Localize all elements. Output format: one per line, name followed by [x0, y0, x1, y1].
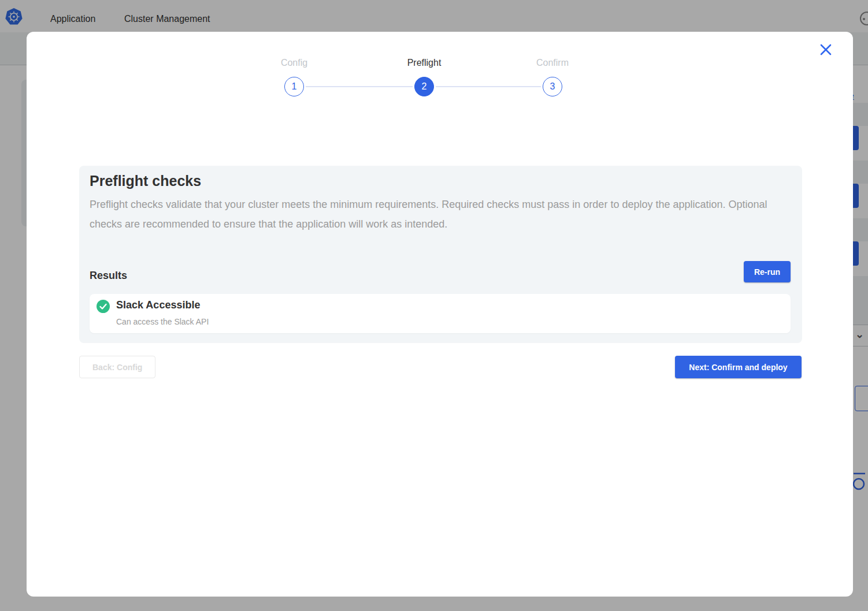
back-button[interactable]: Back: Config: [79, 356, 155, 378]
step-label-config: Config: [254, 58, 335, 68]
panel-description: Preflight checks validate that your clus…: [90, 195, 774, 234]
panel-title: Preflight checks: [90, 173, 201, 189]
check-description: Can access the Slack API: [116, 317, 209, 326]
step-connector: [436, 86, 541, 87]
close-icon[interactable]: [818, 42, 833, 57]
preflight-modal: Config Preflight Confirm 1 2 3 Preflight…: [27, 32, 853, 597]
next-button[interactable]: Next: Confirm and deploy: [675, 356, 802, 378]
step-label-preflight: Preflight: [384, 58, 465, 68]
rerun-button[interactable]: Re-run: [744, 261, 791, 282]
check-title: Slack Accessible: [116, 299, 200, 311]
preflight-panel: Preflight checks Preflight checks valida…: [79, 166, 802, 343]
step-label-confirm: Confirm: [512, 58, 593, 68]
check-result-row: Slack Accessible Can access the Slack AP…: [90, 294, 791, 333]
results-heading: Results: [90, 270, 127, 282]
step-circle-config[interactable]: 1: [284, 77, 304, 96]
step-circle-confirm[interactable]: 3: [543, 77, 562, 96]
step-circle-preflight[interactable]: 2: [414, 77, 434, 96]
check-pass-icon: [97, 300, 110, 313]
step-connector: [306, 86, 413, 87]
